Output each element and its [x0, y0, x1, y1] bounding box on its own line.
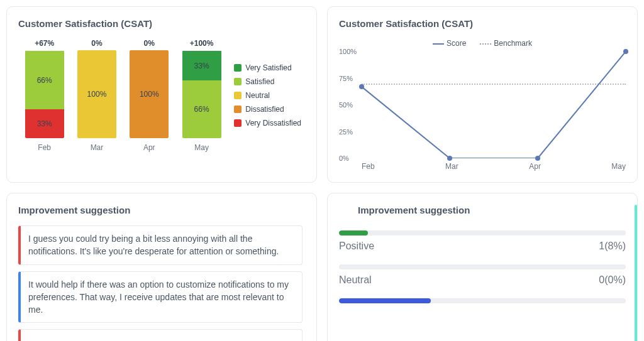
y-tick-label: 100%	[339, 48, 357, 55]
legend-swatch	[234, 78, 242, 85]
legend-label: Satisfied	[245, 77, 274, 86]
bar-segment: 33%	[182, 51, 221, 80]
y-tick-label: 0%	[339, 154, 349, 162]
bar-stack: 33%66%	[25, 50, 64, 138]
legend-item: Very Satisfied	[234, 63, 301, 72]
legend-swatch	[234, 119, 242, 127]
csat-bar-title: Customer Satisfaction (CSAT)	[18, 18, 305, 29]
legend-item: Neutral	[234, 91, 301, 100]
bar-xlabel: Feb	[38, 143, 51, 152]
sentiment-row: Positive1(8%)	[339, 241, 626, 252]
sentiment-value: 0(0%)	[599, 274, 626, 286]
sentiment-bar-track	[339, 264, 626, 269]
suggestion-item[interactable]: I guess you could try being a bit less a…	[18, 225, 303, 265]
y-tick-label: 50%	[339, 101, 353, 109]
sentiment-row: Neutral0(0%)	[339, 274, 626, 286]
legend-item: Satisfied	[234, 77, 301, 86]
csat-bar-legend: Very SatisfiedSatisfiedNeutralDissatisfi…	[234, 39, 305, 152]
legend-benchmark: Benchmark	[480, 39, 532, 48]
csat-line-legend: Score Benchmark	[339, 39, 626, 48]
legend-label: Neutral	[245, 91, 270, 100]
csat-line-card: Customer Satisfaction (CSAT) Score Bench…	[327, 6, 638, 183]
sentiment-label: Positive	[339, 241, 374, 252]
sentiment-bar-track	[339, 230, 626, 235]
legend-swatch	[234, 106, 242, 113]
legend-item: Very Dissatisfied	[234, 119, 301, 127]
bar-column: +67%33%66%Feb	[23, 39, 67, 152]
x-tick-label: May	[611, 162, 626, 171]
bar-top-label: +100%	[190, 39, 214, 48]
x-tick-label: Apr	[529, 162, 541, 171]
bar-segment: 66%	[182, 80, 221, 138]
suggestion-list-card: Improvement suggestion I guess you could…	[6, 193, 317, 341]
sentiment-label: Neutral	[339, 274, 372, 286]
csat-bar-area: +67%33%66%Feb0%100%Mar0%100%Apr+100%66%3…	[18, 39, 305, 152]
x-tick-label: Mar	[445, 162, 458, 171]
bar-stack: 66%33%	[182, 50, 221, 138]
bar-top-label: 0%	[91, 39, 102, 48]
bar-column: 0%100%Apr	[127, 39, 171, 152]
csat-line-title: Customer Satisfaction (CSAT)	[339, 18, 626, 29]
sentiment-bar-track	[339, 298, 626, 303]
scroll-indicator	[635, 205, 637, 341]
legend-swatch	[234, 64, 242, 72]
legend-label: Dissatisfied	[245, 105, 284, 114]
suggestion-item[interactable]: It would help if there was an option to …	[18, 271, 303, 323]
legend-item: Dissatisfied	[234, 105, 301, 114]
bar-column: +100%66%33%May	[180, 39, 224, 152]
csat-line-xaxis: FebMarAprMay	[362, 162, 626, 171]
bar-xlabel: May	[194, 143, 209, 152]
sentiment-title: Improvement suggestion	[358, 205, 626, 215]
line-icon	[433, 43, 444, 45]
csat-bar-columns: +67%33%66%Feb0%100%Mar0%100%Apr+100%66%3…	[18, 39, 228, 152]
sentiment-value: 1(8%)	[599, 241, 626, 252]
y-tick-label: 75%	[339, 75, 353, 82]
bar-stack: 100%	[77, 50, 116, 138]
legend-score: Score	[433, 39, 466, 48]
x-tick-label: Feb	[362, 162, 375, 171]
bar-segment: 100%	[77, 50, 116, 138]
bar-top-label: 0%	[144, 39, 155, 48]
bar-stack: 100%	[130, 50, 169, 138]
sentiment-rows: Positive1(8%)Neutral0(0%)	[339, 230, 626, 308]
legend-label: Very Satisfied	[245, 63, 291, 72]
legend-swatch	[234, 92, 242, 99]
suggestion-list[interactable]: I guess you could try being a bit less a…	[18, 225, 305, 341]
suggestion-item[interactable]	[18, 329, 303, 341]
bar-xlabel: Apr	[143, 143, 155, 152]
suggestion-list-title: Improvement suggestion	[18, 205, 305, 215]
dotted-line-icon	[480, 43, 491, 45]
csat-bar-card: Customer Satisfaction (CSAT) +67%33%66%F…	[6, 6, 317, 183]
sentiment-bar-fill	[339, 230, 368, 235]
bar-segment: 66%	[25, 51, 64, 109]
csat-line-plot: 0%25%50%75%100%	[362, 51, 626, 158]
bar-top-label: +67%	[35, 39, 54, 48]
sentiment-bar-fill	[339, 298, 431, 303]
bar-segment: 100%	[130, 50, 169, 138]
bar-xlabel: Mar	[91, 143, 104, 152]
bar-segment: 33%	[25, 109, 64, 138]
sentiment-card: Improvement suggestion Positive1(8%)Neut…	[327, 193, 638, 341]
score-line	[362, 51, 626, 158]
legend-label: Very Dissatisfied	[245, 119, 301, 127]
score-point	[535, 156, 540, 161]
score-point	[623, 49, 628, 54]
y-tick-label: 25%	[339, 128, 353, 136]
bar-column: 0%100%Mar	[75, 39, 119, 152]
score-point	[447, 156, 452, 161]
